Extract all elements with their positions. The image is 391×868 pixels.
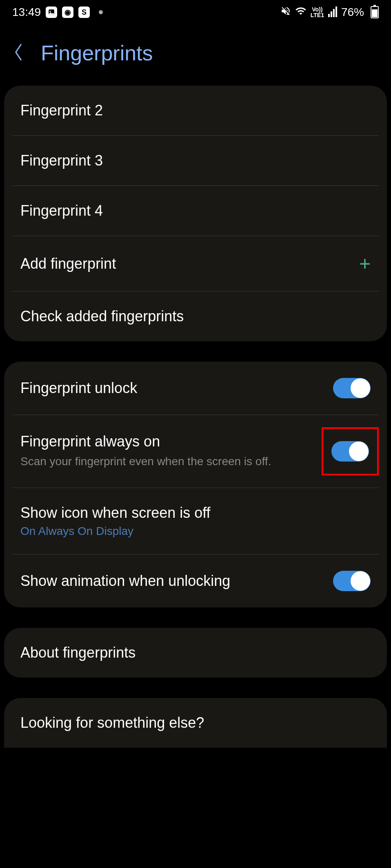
status-time: 13:49 [12, 6, 41, 19]
check-fingerprints-label: Check added fingerprints [20, 308, 184, 325]
about-fingerprints-label: About fingerprints [20, 644, 136, 661]
show-icon-subtitle: On Always On Display [20, 525, 371, 538]
add-fingerprint-label: Add fingerprint [20, 255, 116, 272]
about-card: About fingerprints [4, 628, 387, 678]
fingerprint-label: Fingerprint 3 [20, 152, 103, 169]
app-icon-1: ◉ [62, 7, 73, 18]
status-bar: 13:49 ◉ S Vo)) LTE1 76% [0, 0, 391, 24]
back-button[interactable] [12, 42, 24, 64]
header: Fingerprints [0, 24, 391, 86]
fingerprint-always-on-item[interactable]: Fingerprint always on Scan your fingerpr… [12, 415, 379, 488]
page-title: Fingerprints [41, 41, 153, 65]
fingerprint-label: Fingerprint 4 [20, 202, 103, 219]
add-fingerprint-item[interactable]: Add fingerprint + [12, 236, 379, 292]
fingerprint-always-on-subtitle: Scan your fingerprint even when the scre… [20, 453, 309, 469]
status-left: 13:49 ◉ S [12, 6, 103, 19]
fingerprint-always-on-toggle[interactable] [331, 441, 369, 462]
fingerprint-item[interactable]: Fingerprint 2 [12, 86, 379, 136]
show-icon-item[interactable]: Show icon when screen is off On Always O… [12, 488, 379, 554]
status-right: Vo)) LTE1 76% [280, 5, 379, 20]
fingerprints-card: Fingerprint 2 Fingerprint 3 Fingerprint … [4, 86, 387, 341]
search-title: Looking for something else? [20, 714, 204, 731]
fingerprint-label: Fingerprint 2 [20, 102, 103, 119]
settings-card: Fingerprint unlock Fingerprint always on… [4, 362, 387, 607]
mute-icon [280, 6, 291, 19]
gallery-icon [46, 7, 57, 18]
battery-icon [371, 6, 379, 18]
show-icon-title: Show icon when screen is off [20, 504, 371, 521]
search-card: Looking for something else? [4, 698, 387, 748]
show-animation-toggle[interactable] [333, 571, 371, 591]
show-animation-title: Show animation when unlocking [20, 572, 333, 590]
fingerprint-unlock-item[interactable]: Fingerprint unlock [12, 362, 379, 415]
fingerprint-unlock-title: Fingerprint unlock [20, 380, 333, 397]
fingerprint-item[interactable]: Fingerprint 4 [12, 186, 379, 236]
battery-percent: 76% [341, 6, 364, 19]
lte-indicator: Vo)) LTE1 [311, 7, 324, 18]
fingerprint-item[interactable]: Fingerprint 3 [12, 136, 379, 186]
more-dot-icon [99, 10, 103, 14]
plus-icon: + [359, 252, 371, 275]
highlight-annotation [322, 427, 379, 475]
svg-point-1 [50, 11, 51, 12]
signal-icon [328, 7, 337, 17]
about-fingerprints-item[interactable]: About fingerprints [12, 628, 379, 678]
show-animation-item[interactable]: Show animation when unlocking [12, 554, 379, 607]
fingerprint-unlock-toggle[interactable] [333, 378, 371, 398]
wifi-icon [295, 5, 307, 20]
app-icon-s: S [78, 7, 90, 18]
fingerprint-always-on-title: Fingerprint always on [20, 433, 309, 450]
check-fingerprints-item[interactable]: Check added fingerprints [12, 292, 379, 341]
